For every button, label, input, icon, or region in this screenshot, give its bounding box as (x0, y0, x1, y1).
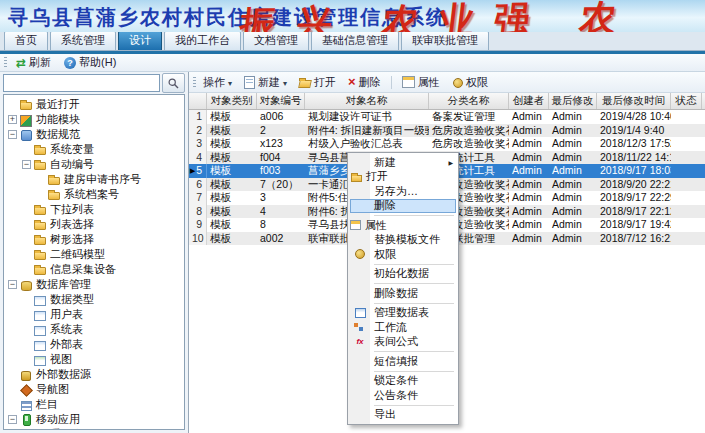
tab-bar: 首页系统管理设计我的工作台文档管理基础信息管理联审联批管理 (0, 32, 705, 51)
cell: Admin (549, 232, 597, 246)
tab-文档管理[interactable]: 文档管理 (243, 30, 309, 50)
table-row[interactable]: 1模板a006规划建设许可证书备案发证管理AdminAdmin2019/4/28… (189, 110, 705, 124)
table-row[interactable]: 3模板x123村级入户验收汇总表危房改造验收奖补管理AdminAdmin2018… (189, 137, 705, 151)
cell (671, 110, 702, 124)
table-icon (34, 324, 47, 336)
new-button[interactable]: 新建 (239, 74, 292, 91)
cell: 模板 (207, 124, 257, 138)
tree-item[interactable]: 用户表 (4, 307, 184, 322)
column-header[interactable]: 对象类别 (207, 93, 257, 109)
tree-item[interactable]: 栏目 (4, 397, 184, 412)
menu-item[interactable]: 打开 (350, 170, 456, 185)
menu-item[interactable]: 导出 (350, 408, 456, 423)
menu-item[interactable]: 表间公式 (350, 335, 456, 350)
table-row[interactable]: 2模板2附件4: 拆旧建新项目一级验收表危房改造验收奖补管理AdminAdmin… (189, 124, 705, 138)
menu-item[interactable]: 锁定条件 (350, 374, 456, 389)
menu-item-label: 删除数据 (370, 286, 418, 301)
permissions-label: 权限 (466, 75, 488, 90)
tab-基础信息管理[interactable]: 基础信息管理 (311, 30, 399, 50)
tree-item[interactable]: 列表选择 (4, 217, 184, 232)
column-header[interactable]: 对象编号 (257, 93, 305, 109)
tree-item[interactable]: 导航图 (4, 382, 184, 397)
column-header[interactable]: 状态 (671, 93, 702, 109)
column-header[interactable]: 创建者 (509, 93, 549, 109)
menu-item-label: 另存为… (370, 184, 418, 199)
row-number-header (189, 93, 207, 109)
tree-item[interactable]: 外部数据源 (4, 367, 184, 382)
collapse-icon[interactable] (22, 160, 31, 169)
cell: 模板 (207, 178, 257, 192)
properties-button[interactable]: 属性 (397, 74, 445, 91)
tree-item[interactable]: 二维码模型 (4, 247, 184, 262)
tree-item[interactable]: 树形选择 (4, 232, 184, 247)
tree-item[interactable]: 功能模块 (4, 112, 184, 127)
cell (671, 178, 702, 192)
toolbar-grip (193, 77, 196, 88)
column-header[interactable]: 对象名称 (305, 93, 429, 109)
menu-item[interactable]: 属性 (350, 218, 456, 233)
tree-item-label: 数据规范 (36, 127, 80, 142)
menu-item[interactable]: 工作流 (350, 320, 456, 335)
collapse-icon[interactable] (8, 130, 17, 139)
column-header[interactable]: 最后修改时间 (597, 93, 671, 109)
menu-item[interactable]: 权限 (350, 247, 456, 262)
collapse-icon[interactable] (8, 280, 17, 289)
expand-icon[interactable] (8, 115, 17, 124)
tab-首页[interactable]: 首页 (4, 30, 48, 50)
menu-item[interactable]: 初始化数据 (350, 267, 456, 282)
menu-item[interactable]: 另存为… (350, 184, 456, 199)
help-button[interactable]: 帮助(H) (60, 55, 120, 70)
search-button[interactable] (162, 73, 185, 93)
cell: Admin (509, 232, 549, 246)
tree-item[interactable]: 下拉列表 (4, 202, 184, 217)
cell: 2018/7/12 16:21 (597, 232, 671, 246)
menu-item[interactable]: 公告条件 (350, 388, 456, 403)
cell: Admin (509, 218, 549, 232)
open-button[interactable]: 打开 (294, 74, 341, 91)
tab-设计[interactable]: 设计 (118, 30, 162, 50)
search-input[interactable] (3, 74, 160, 92)
column-header[interactable]: 最后修改 (549, 93, 597, 109)
tree-item[interactable]: 手机应用模块 (4, 427, 184, 430)
cell: Admin (509, 178, 549, 192)
tree-item[interactable]: 自动编号 (4, 157, 184, 172)
menu-item[interactable]: 短信填报 (350, 354, 456, 369)
tree-item[interactable]: 系统表 (4, 322, 184, 337)
tree-item[interactable]: 数据规范 (4, 127, 184, 142)
menu-item[interactable]: 新建 (350, 155, 456, 170)
menu-item[interactable]: 删除 (350, 199, 456, 214)
tree-item[interactable]: 移动应用 (4, 412, 184, 427)
tab-我的工作台[interactable]: 我的工作台 (164, 30, 241, 50)
tab-系统管理[interactable]: 系统管理 (50, 30, 116, 50)
cell (671, 137, 702, 151)
tree-item[interactable]: 系统变量 (4, 142, 184, 157)
tree-item[interactable]: 建房申请书序号 (4, 172, 184, 187)
menu-item[interactable]: 替换模板文件 (350, 233, 456, 248)
tree-item[interactable]: 信息采集设备 (4, 262, 184, 277)
folder-icon (34, 219, 47, 231)
mobile-icon (20, 414, 33, 426)
cell: 3 (257, 191, 305, 205)
help-label: 帮助(H) (79, 55, 116, 70)
column-header[interactable]: 分类名称 (429, 93, 509, 109)
cell: 7（20） (257, 178, 305, 192)
tree-item[interactable]: 外部表 (4, 337, 184, 352)
cell: Admin (549, 191, 597, 205)
refresh-button[interactable]: 刷新 (12, 55, 55, 70)
tree-item-label: 外部数据源 (36, 367, 91, 382)
tree-item[interactable]: 视图 (4, 352, 184, 367)
tree-item[interactable]: 最近打开 (4, 97, 184, 112)
tree-item[interactable]: 数据类型 (4, 292, 184, 307)
permissions-button[interactable]: 权限 (447, 74, 493, 91)
tab-联审联批管理[interactable]: 联审联批管理 (401, 30, 489, 50)
tree-item[interactable]: 数据库管理 (4, 277, 184, 292)
menu-item[interactable]: 删除数据 (350, 286, 456, 301)
col-icon (20, 399, 33, 411)
tree-item[interactable]: 系统档案号 (4, 187, 184, 202)
delete-button[interactable]: 删除 (343, 74, 386, 91)
operate-button[interactable]: 操作 (198, 74, 237, 91)
row-number: 6 (189, 178, 207, 192)
cell: 8 (257, 218, 305, 232)
collapse-icon[interactable] (8, 415, 17, 424)
menu-item[interactable]: 管理数据表 (350, 306, 456, 321)
